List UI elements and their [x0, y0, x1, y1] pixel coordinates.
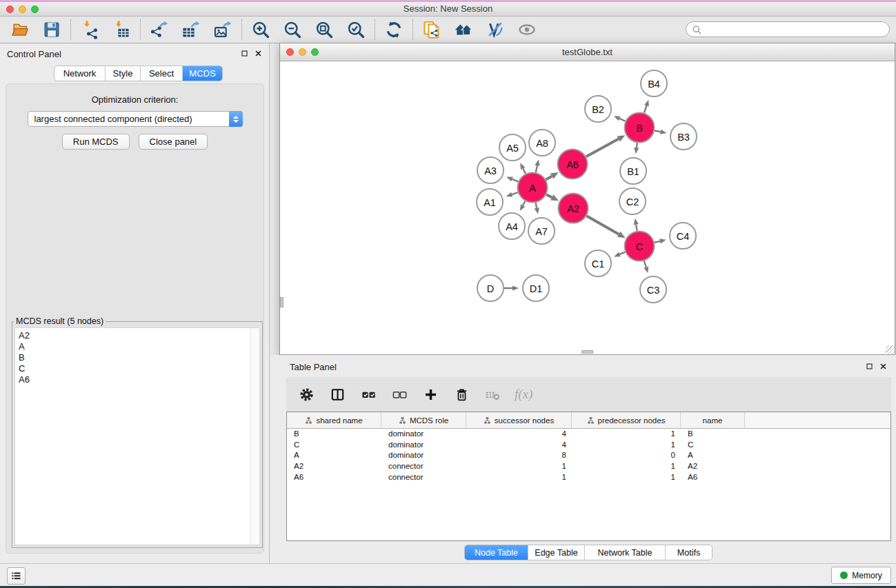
- import-table-button[interactable]: [110, 19, 133, 41]
- column-header-shared-name[interactable]: shared name: [287, 412, 381, 429]
- graph-node-D1[interactable]: D1: [523, 275, 549, 301]
- graph-edge-B-B1[interactable]: [634, 143, 639, 154]
- graph-edge-A2-C[interactable]: [587, 216, 626, 238]
- tab-motifs[interactable]: Motifs: [665, 545, 712, 560]
- float-table-panel-icon[interactable]: [866, 363, 873, 370]
- table-row[interactable]: Cdominator41C: [287, 440, 890, 451]
- memory-button[interactable]: Memory: [831, 567, 891, 584]
- graph-node-A1[interactable]: A1: [477, 189, 503, 215]
- network-window-titlebar[interactable]: testGlobe.txt: [280, 43, 895, 61]
- mcds-result-item[interactable]: B: [15, 352, 259, 363]
- network-minimize-button[interactable]: [299, 48, 306, 56]
- run-mcds-button[interactable]: Run MCDS: [62, 134, 130, 150]
- graph-edge-C-C3[interactable]: [644, 261, 648, 273]
- delete-column-button[interactable]: [452, 385, 470, 403]
- tab-network[interactable]: Network: [54, 66, 105, 81]
- save-session-button[interactable]: [40, 19, 63, 41]
- network-overview-button[interactable]: [452, 19, 475, 41]
- network-close-button[interactable]: [286, 48, 294, 56]
- create-column-button[interactable]: [421, 385, 439, 403]
- graph-node-B2[interactable]: B2: [585, 96, 611, 122]
- tab-style[interactable]: Style: [105, 66, 140, 81]
- graph-node-C2[interactable]: C2: [619, 188, 646, 214]
- graph-node-A5[interactable]: A5: [499, 134, 526, 161]
- optimization-criterion-dropdown[interactable]: largest connected component (directed): [28, 111, 243, 127]
- tab-network-table[interactable]: Network Table: [584, 545, 665, 560]
- graph-edge-B-B3[interactable]: [655, 130, 666, 134]
- export-network-button[interactable]: [148, 19, 171, 41]
- graph-node-A8[interactable]: A8: [529, 130, 555, 156]
- zoom-out-button[interactable]: [281, 19, 304, 41]
- close-panel-button[interactable]: Close panel: [139, 134, 208, 150]
- zoom-in-button[interactable]: [249, 19, 272, 41]
- search-box[interactable]: [686, 21, 890, 37]
- tab-edge-table[interactable]: Edge Table: [528, 545, 584, 560]
- close-panel-icon[interactable]: [255, 50, 262, 57]
- zoom-selected-button[interactable]: [344, 19, 368, 41]
- resize-grip[interactable]: [886, 345, 895, 354]
- clone-network-button[interactable]: [420, 19, 444, 41]
- graph-edge-A-A3[interactable]: [506, 176, 518, 181]
- graph-edge-A-A1[interactable]: [506, 192, 518, 197]
- graph-edge-B-B4[interactable]: [644, 100, 649, 113]
- dropdown-stepper-icon[interactable]: [229, 111, 243, 127]
- close-table-panel-icon[interactable]: [879, 363, 887, 370]
- graph-edge-A-A7[interactable]: [535, 203, 539, 214]
- table-row[interactable]: Bdominator41B: [287, 429, 890, 440]
- minimize-window-button[interactable]: [19, 6, 26, 13]
- zoom-fit-button[interactable]: [312, 19, 336, 41]
- tab-select[interactable]: Select: [140, 66, 182, 81]
- table-settings-button[interactable]: [297, 385, 315, 403]
- window-titlebar[interactable]: Session: New Session: [0, 0, 896, 17]
- graph-node-C4[interactable]: C4: [670, 223, 696, 249]
- network-vertical-scrollbar[interactable]: [280, 297, 283, 307]
- mcds-result-item[interactable]: A6: [15, 374, 259, 385]
- float-panel-icon[interactable]: [241, 50, 248, 57]
- function-builder-button[interactable]: f(x): [515, 385, 532, 403]
- graph-edge-B-B2[interactable]: [614, 116, 626, 121]
- graph-edge-A6-B[interactable]: [586, 135, 626, 156]
- mcds-list-scrollbar[interactable]: [250, 328, 259, 545]
- select-all-columns-button[interactable]: [359, 385, 377, 403]
- close-window-button[interactable]: [6, 6, 14, 13]
- graph-node-C3[interactable]: C3: [640, 276, 666, 303]
- graph-edge-A-A4[interactable]: [520, 201, 526, 211]
- column-header-successor-nodes[interactable]: successor nodes: [466, 412, 572, 429]
- mcds-result-item[interactable]: A2: [15, 328, 259, 341]
- column-header-name[interactable]: name: [681, 412, 745, 429]
- graph-node-C1[interactable]: C1: [585, 250, 611, 276]
- tab-mcds[interactable]: MCDS: [182, 66, 222, 81]
- graph-edge-C-C4[interactable]: [655, 239, 666, 243]
- graph-node-B[interactable]: B: [625, 113, 655, 143]
- graph-edge-A-A2[interactable]: [546, 194, 559, 201]
- column-header-MCDS-role[interactable]: MCDS role: [381, 412, 466, 429]
- network-graph[interactable]: AA1A2A3A4A5A6A7A8BB1B2B3B4CC1C2C3C4DD1: [280, 61, 895, 354]
- zoom-window-button[interactable]: [31, 6, 39, 13]
- network-horizontal-scrollbar[interactable]: [581, 350, 593, 354]
- show-graphics-details-button[interactable]: [515, 19, 539, 41]
- show-columns-button[interactable]: [328, 385, 346, 403]
- graph-edge-D-D1[interactable]: [504, 285, 519, 290]
- mcds-result-item[interactable]: C: [15, 363, 259, 374]
- hide-graphics-details-button[interactable]: [484, 19, 507, 41]
- search-input[interactable]: [706, 23, 885, 36]
- graph-node-A7[interactable]: A7: [528, 218, 555, 244]
- table-row[interactable]: A6connector11A6: [287, 472, 890, 483]
- column-header-predecessor-nodes[interactable]: predecessor nodes: [572, 412, 681, 429]
- graph-edge-A-A6[interactable]: [546, 172, 558, 180]
- apply-layout-button[interactable]: [382, 19, 406, 41]
- import-network-button[interactable]: [78, 19, 101, 41]
- graph-edge-C-C1[interactable]: [614, 252, 625, 257]
- graph-node-D[interactable]: D: [477, 275, 504, 301]
- mcds-result-list[interactable]: A2ABCA6: [14, 327, 260, 545]
- graph-node-B4[interactable]: B4: [641, 70, 667, 97]
- graph-node-A4[interactable]: A4: [499, 213, 525, 239]
- graph-node-C[interactable]: C: [625, 232, 655, 261]
- export-table-button[interactable]: [179, 19, 203, 41]
- graph-node-B3[interactable]: B3: [670, 123, 697, 150]
- deselect-all-columns-button[interactable]: [390, 385, 408, 403]
- open-session-button[interactable]: [8, 19, 32, 41]
- table-row[interactable]: A2connector11A2: [287, 461, 890, 472]
- delete-table-button[interactable]: [484, 385, 501, 403]
- graph-edge-A-A5[interactable]: [520, 163, 526, 174]
